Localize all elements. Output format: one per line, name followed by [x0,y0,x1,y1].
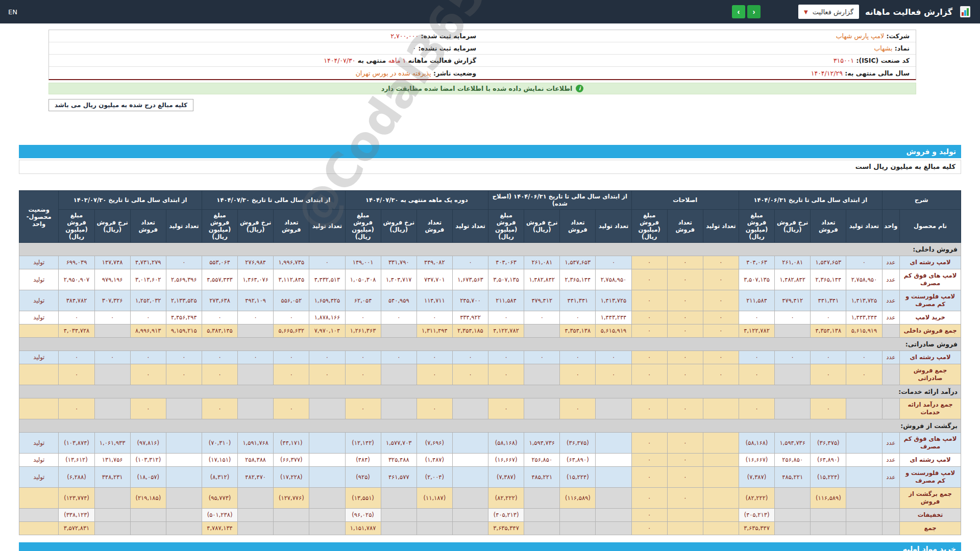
value-cell: (۸۲,۲۲۲) [488,488,524,509]
value-cell: ۰ [811,364,846,385]
value-cell [596,398,631,419]
value-cell: ۳,۵۷۲,۸۳۱ [59,522,94,535]
value-cell: ۱,۸۷۸,۱۶۶ [309,311,345,324]
table-row: لامپ فلورسنت و کم مصرفعدد۱,۴۱۳,۷۲۵۴۴۱,۳۴… [19,290,961,311]
info-label: وضعیت ناشر: [431,69,476,77]
value-cell: ۴۳۴,۹۲۲ [452,311,488,324]
value-cell: ۱,۴۱۳,۷۲۵ [846,290,882,311]
prev-report-button[interactable]: ‹ [747,5,761,18]
info-field: گزارش فعالیت ماهانه ۱ ماهه منتهی به ۱۴۰۴… [49,55,482,66]
value-cell: ۱,۶۷۳,۵۶۳ [452,269,488,290]
value-cell: ۰ [667,290,703,311]
company-info-section: شرکت: لامپ پارس شهابسرمایه ثبت شده: ۲,۷۰… [48,30,916,111]
status-cell [19,398,59,419]
value-cell: ۰ [703,256,739,269]
table-row: خرید لامپعدد۱,۴۴۳,۲۴۴۰۰۰۰۰۰۱,۴۴۳,۲۴۴۰۰۰۴… [19,311,961,324]
value-cell: (۴۰۵,۲۱۳) [488,509,524,522]
value-cell: ۰ [667,398,703,419]
section-row-label: فروش داخلی: [19,243,961,256]
value-cell [596,467,631,488]
value-cell: ۱,۵۴۷,۶۵۳ [811,256,846,269]
value-cell: ۴,۷۳۱,۲۷۹ [130,256,166,269]
value-cell: ۷۴۷,۷۰۱ [416,269,452,290]
value-cell [667,509,703,522]
value-cell: ۰ [846,364,882,385]
value-cell: ۰ [631,290,667,311]
value-cell: ۰ [488,364,524,385]
value-cell: ۰ [631,398,667,419]
value-cell: ۰ [631,351,667,364]
value-cell: ۰ [166,256,202,269]
value-cell [309,433,345,454]
value-cell [560,522,596,535]
unit-cell [882,364,900,385]
value-cell: ۰ [846,351,882,364]
value-cell [94,522,130,535]
value-cell: ۵,۶۱۵,۹۱۹ [846,324,882,338]
value-cell: ۰ [703,269,739,290]
column-header: واحد [882,210,900,243]
value-cell: ۱,۴۱۳,۷۲۵ [596,290,631,311]
report-type-dropdown[interactable]: گزارش فعالیت ▼ [798,5,859,19]
info-field: سرمایه ثبت نشده: ۰ [49,43,482,54]
value-cell: ۰ [667,488,703,509]
value-cell: ۴,۴۳۲,۵۱۳ [309,269,345,290]
value-cell [596,522,631,535]
value-cell: ۱,۵۹۴,۷۳۶ [524,433,560,454]
info-value[interactable]: بشهاب [874,44,892,52]
value-cell: ۰ [631,522,667,535]
language-toggle-en[interactable]: EN [8,8,17,16]
value-cell: ۱,۴۴۳,۲۴۴ [846,311,882,324]
value-cell: ۰ [846,256,882,269]
value-cell: ۰ [309,256,345,269]
value-cell: ۰ [739,398,774,419]
amounts-note: کلیه مبالغ درج شده به میلیون ریال می باش… [48,99,193,111]
value-cell: (۱۲,۱۴۲) [345,433,381,454]
column-header: تعداد فروش [667,210,703,243]
value-cell: ۱,۵۹۴,۷۳۶ [775,433,811,454]
section-title-raw-materials: خرید مواد اولیه [19,542,961,551]
value-cell: ۴,۵۵۷,۴۴۳ [202,269,237,290]
value-cell [775,324,811,338]
value-cell [309,467,345,488]
column-header: تعداد تولید [452,210,488,243]
value-cell [775,488,811,509]
value-cell: ۱,۰۵۰,۳۰۸ [345,269,381,290]
value-cell [166,488,202,509]
value-cell: ۰ [488,398,524,419]
column-header: تعداد فروش [560,210,596,243]
column-header: تعداد فروش [130,210,166,243]
next-report-button[interactable]: › [732,5,745,18]
value-cell [94,324,130,338]
value-cell: ۴,۱۲۲,۷۸۲ [488,324,524,338]
table-row: جمع فروش صادراتی۰۰۰۰۰۰۰۰۰۰۰۰۰۰۰۰۰۰ [19,364,961,385]
value-cell: ۱۴۷,۷۴۸ [94,256,130,269]
value-cell: ۰ [631,269,667,290]
column-group-header: از ابتدای سال مالی تا تاریخ ۱۴۰۴/۰۶/۳۱ (… [488,191,632,210]
value-cell: ۰ [524,311,560,324]
value-cell: ۲۵۸,۳۸۸ [238,454,274,467]
value-cell: (۵۸,۱۶۸) [488,433,524,454]
product-name: جمع [900,522,961,535]
info-value[interactable]: لامپ پارس شهاب [836,32,884,40]
value-cell: ۰ [309,351,345,364]
value-cell [238,324,274,338]
value-cell [94,509,130,522]
value-cell: (۹۲۵) [345,467,381,488]
value-cell: ۲۶۱,۰۸۱ [775,256,811,269]
unit-cell [882,522,900,535]
report-type-label: گزارش فعالیت [813,8,853,16]
unit-cell: عدد [882,311,900,324]
info-value: ۲,۷۰۰,۰۰۰ [390,32,419,40]
value-cell: ۰ [202,364,237,385]
value-cell: ۰ [202,398,237,419]
value-cell: ۰ [166,364,202,385]
value-cell [524,522,560,535]
value-cell: ۰ [59,364,94,385]
value-cell: ۴۴۹,۰۸۲ [416,256,452,269]
table-row: لامپ های فوق کم مصرفعدد۲,۷۵۸,۹۵۰۲,۳۶۵,۱۴… [19,269,961,290]
value-cell: ۹۷۹,۱۹۶ [94,269,130,290]
value-cell [94,398,130,419]
raw-materials-section: خرید مواد اولیه شرحاز ابتدای سال مالی تا… [19,542,961,551]
status-cell: تولید [19,433,59,454]
